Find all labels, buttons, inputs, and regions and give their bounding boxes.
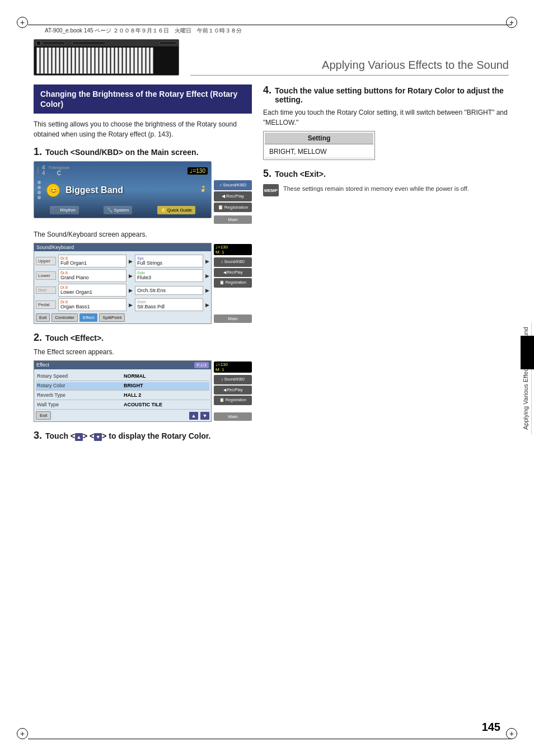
pedal-inst1-tag: Dr.8 [60, 300, 124, 304]
time-sig: 44 [42, 165, 45, 176]
upper-inst2: Sys Full Strings [135, 255, 203, 267]
rec-play-side-btn[interactable]: ◀ Rec/Play [214, 191, 252, 201]
upper-arrow: ▶ [129, 259, 133, 264]
sound-kbd-side-btn2[interactable]: ♪ Sound/KBD [214, 257, 252, 266]
effect-row-1: Rotary Speed NORMAL [36, 373, 209, 381]
effect-page: P.1/3 [194, 362, 209, 368]
skbd-upper-row: Upper Dr.8 Full Organ1 ▶ Sys Full String… [36, 255, 209, 267]
main-screen-mockup-container: 44 Transpose C ♩=130 [34, 161, 252, 225]
main-side-btn[interactable]: Main [214, 215, 252, 224]
registration-side-btn[interactable]: 📋 Registration [214, 203, 252, 213]
pedal-inst2-tag: Orch [137, 300, 201, 304]
effect-bottom: Exit ▲ ▼ [36, 411, 209, 420]
registration-side-btn2[interactable]: 📋 Registration [214, 278, 252, 287]
effect-nav-up[interactable]: ▲ [189, 412, 198, 420]
upper-label: Upper [36, 257, 56, 265]
two-col-layout: Changing the Brightness of the Rotary Ef… [34, 84, 509, 449]
effect-param-4: Wall Type [36, 401, 121, 408]
reg-mark-tl [17, 17, 28, 28]
memo-text: These settings remain stored in memory e… [283, 184, 469, 194]
skbd-screen-container: Sound/Keyboard Upper Dr.8 Full Organ1 [34, 243, 252, 324]
main-screen-display: 44 Transpose C ♩=130 [34, 162, 211, 218]
step-1-title: 1. Touch <Sound/KBD> on the Main screen. [34, 146, 252, 158]
down-icon[interactable]: ▼ [94, 433, 102, 441]
sound-kbd-side-btn3[interactable]: ♪ Sound/KBD [214, 375, 252, 384]
reg-mark-tr [506, 17, 517, 28]
step-5-text: Touch <Exit>. [275, 170, 326, 179]
upper-inst1: Dr.8 Full Organ1 [58, 255, 127, 267]
effect-side-buttons: ♩=130M: 1 ♪ Sound/KBD ◀ Rec/Play 📋 Regis… [214, 360, 252, 422]
effect-nav-down[interactable]: ▼ [200, 412, 209, 420]
main-side-btn3[interactable]: Main [214, 412, 252, 421]
step-4-title: 4. Touch the value setting buttons for R… [263, 84, 509, 104]
skbd-bottom-buttons: Exit Controller Effect SplitPoint [36, 313, 209, 322]
main-side-btn2[interactable]: Main [214, 314, 252, 323]
registration-side-btn3[interactable]: 📋 Registration [214, 396, 252, 405]
controller-btn[interactable]: Controller [51, 313, 78, 322]
exit-btn-skbd[interactable]: Exit [36, 313, 50, 322]
step-5: 5. Touch <Exit>. MEMP These settings rem… [263, 168, 509, 196]
step-5-title: 5. Touch <Exit>. [263, 168, 509, 180]
upper-inst1-tag: Dr.8 [60, 256, 124, 260]
step-3-title: 3. Touch <▲> <▼> to display the Rotary C… [34, 430, 252, 442]
transpose-area: Transpose C [49, 165, 70, 176]
effect-row-2: Rotary Color BRIGHT [36, 382, 209, 391]
page-number: 145 [482, 721, 500, 734]
pedal-inst1-name: Organ Bass1 [60, 304, 90, 309]
top-area: Applying Various Effects to the Sound [34, 39, 509, 76]
pedal-inst2: Orch Str.Bass Pdl [135, 298, 203, 311]
setting-table-row: BRIGHT, MELLOW [265, 145, 373, 158]
lower2-arrow: ▶ [129, 288, 133, 293]
setting-table: Setting BRIGHT, MELLOW [263, 131, 375, 160]
quick-guide-btn[interactable]: ⭐ Quick Guide [157, 206, 195, 214]
lower-inst1-tag: Dr.8 [60, 271, 124, 275]
effect-param-3: Reverb Type [36, 392, 121, 398]
step-2: 2. Touch <Effect>. The Effect screen app… [34, 332, 252, 422]
lower2-label: Orch [36, 287, 56, 294]
main-content: Applying Various Effects to the Sound Ch… [34, 39, 509, 449]
step-1-text: Touch <Sound/KBD> on the Main screen. [45, 148, 199, 157]
spacer [214, 162, 252, 179]
step-1: 1. Touch <Sound/KBD> on the Main screen.… [34, 146, 252, 324]
effect-value-3: HALL 2 [121, 392, 209, 398]
border-line-top [28, 25, 512, 25]
band-area: 😊 Biggest Band [38, 179, 208, 201]
effect-btn[interactable]: Effect [79, 313, 97, 322]
lower-inst2-tag: Solo [137, 271, 201, 275]
reg-mark-bl [17, 728, 28, 739]
skbd-side-buttons: ♩=130M: 1 ♪ Sound/KBD ◀ Rec/Play 📋 Regis… [214, 243, 252, 324]
skbd-rows: Upper Dr.8 Full Organ1 ▶ Sys Full String… [34, 253, 211, 323]
upper-inst2-tag: Sys [137, 256, 201, 260]
sidebar-label: Applying Various Effects to the Sound [517, 0, 534, 756]
skbd-screen-mock: Sound/Keyboard Upper Dr.8 Full Organ1 [34, 243, 212, 324]
upper-inst1-name: Full Organ1 [60, 260, 87, 266]
lower2-inst1-tag: Dr.8 [60, 285, 124, 289]
sound-kbd-side-btn[interactable]: ♪ Sound/KBD [214, 180, 252, 190]
music-icon [199, 185, 208, 195]
right-title-area: Applying Various Effects to the Sound [190, 39, 509, 76]
splitpoint-btn[interactable]: SplitPoint [99, 313, 125, 322]
up-icon[interactable]: ▲ [75, 433, 83, 441]
rhythm-btn[interactable]: 🎵 Rhythm [50, 206, 79, 214]
transpose-value: C [49, 170, 70, 176]
effect-rows: Rotary Speed NORMAL Rotary Color BRIGHT … [34, 371, 211, 421]
effect-row-3: Reverb Type HALL 2 [36, 392, 209, 400]
effect-header: Effect P.1/3 [34, 361, 211, 369]
system-btn[interactable]: 🔧 System [104, 206, 132, 214]
keyboard-image [34, 39, 179, 76]
main-screen-top: 44 Transpose C ♩=130 [38, 165, 208, 176]
rec-play-side-btn2[interactable]: ◀ Rec/Play [214, 268, 252, 277]
pedal-label: Pedal [36, 300, 56, 309]
effect-exit-btn[interactable]: Exit [36, 411, 51, 420]
lower-arrow2: ▶ [205, 273, 209, 279]
page-header: AT-900_e.book 145 ページ ２００８年９月１６日 火曜日 午前１… [45, 27, 242, 35]
rec-play-side-btn3[interactable]: ◀ Rec/Play [214, 386, 252, 395]
step-3: 3. Touch <▲> <▼> to display the Rotary C… [34, 430, 252, 442]
lower-inst2-name: Flute3 [137, 275, 151, 280]
lower-inst2: Solo Flute3 [135, 269, 203, 282]
lower2-inst1-name: Lower Organ1 [60, 289, 92, 295]
pedal-inst1: Dr.8 Organ Bass1 [58, 298, 127, 311]
skbd-title: Sound/Keyboard [36, 245, 74, 250]
effect-screen-mock: Effect P.1/3 Rotary Speed NORMAL Rota [34, 360, 212, 422]
intro-text: This setting allows you to choose the br… [34, 119, 252, 139]
